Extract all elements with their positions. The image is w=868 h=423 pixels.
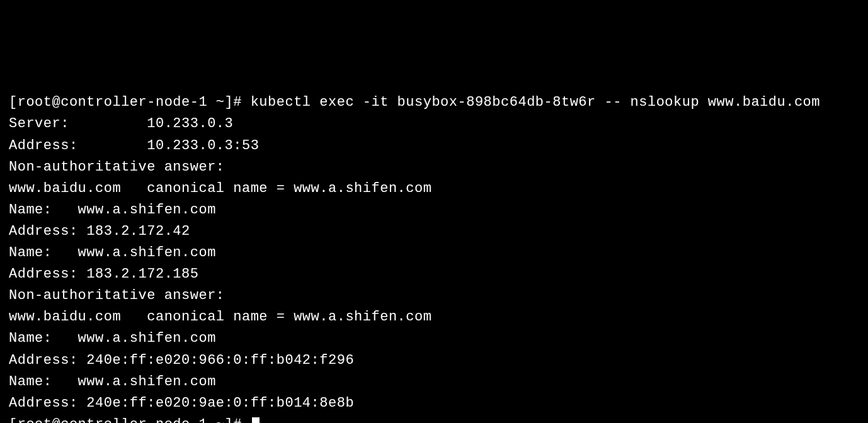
terminal-line: Name: www.a.shifen.com <box>9 371 859 393</box>
cursor <box>252 417 260 423</box>
terminal-line: Non-authoritative answer: <box>9 157 859 178</box>
shell-prompt: [root@controller-node-1 ~]# <box>9 417 251 423</box>
terminal-line: www.baidu.com canonical name = www.a.shi… <box>9 178 859 200</box>
prompt-line[interactable]: [root@controller-node-1 ~]# <box>9 414 859 423</box>
terminal-output: [root@controller-node-1 ~]# kubectl exec… <box>9 92 859 414</box>
terminal-line: www.baidu.com canonical name = www.a.shi… <box>9 307 859 328</box>
terminal-line: Address: 183.2.172.42 <box>9 221 859 242</box>
terminal-line: [root@controller-node-1 ~]# kubectl exec… <box>9 92 859 113</box>
terminal-line: Name: www.a.shifen.com <box>9 242 859 264</box>
terminal-line: Name: www.a.shifen.com <box>9 200 859 221</box>
terminal-line: Address: 240e:ff:e020:9ae:0:ff:b014:8e8b <box>9 393 859 414</box>
terminal-line: Address: 10.233.0.3:53 <box>9 135 859 157</box>
terminal-line: Address: 240e:ff:e020:966:0:ff:b042:f296 <box>9 350 859 371</box>
terminal-line: Address: 183.2.172.185 <box>9 264 859 285</box>
terminal-line: Non-authoritative answer: <box>9 285 859 307</box>
terminal-line: Server: 10.233.0.3 <box>9 113 859 135</box>
terminal-line: Name: www.a.shifen.com <box>9 328 859 349</box>
